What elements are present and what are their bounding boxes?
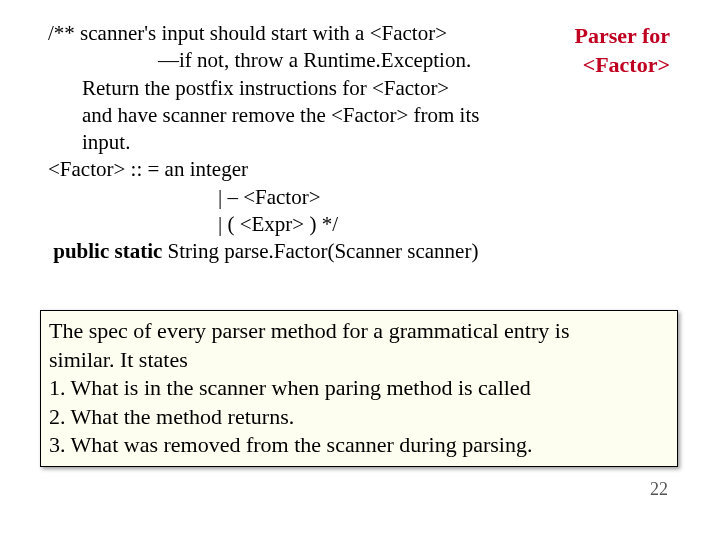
code-line-8: public static String parse.Factor(Scanne… — [48, 238, 518, 265]
code-line-5: <Factor> :: = an integer — [48, 156, 518, 183]
javadoc-spec: /** scanner's input should start with a … — [48, 20, 518, 266]
slide: Parser for <Factor> /** scanner's input … — [0, 0, 720, 540]
page-number: 22 — [650, 479, 668, 500]
callout-line2: <Factor> — [575, 51, 671, 80]
code-line-7: | ( <Expr> ) */ — [48, 211, 518, 238]
note-item-3: 3. What was removed from the scanner dur… — [49, 431, 669, 460]
spec-note: The spec of every parser method for a gr… — [40, 310, 678, 467]
callout-line1: Parser for — [575, 22, 671, 51]
callout-label: Parser for <Factor> — [575, 22, 671, 79]
keyword-public-static: public static — [53, 239, 162, 263]
code-line-4: and have scanner remove the <Factor> fro… — [48, 102, 518, 157]
note-intro-2: similar. It states — [49, 346, 669, 375]
code-line-6: | – <Factor> — [48, 184, 518, 211]
note-intro-1: The spec of every parser method for a gr… — [49, 317, 669, 346]
note-item-1: 1. What is in the scanner when paring me… — [49, 374, 669, 403]
method-signature: String parse.Factor(Scanner scanner) — [162, 239, 478, 263]
code-line-1: /** scanner's input should start with a … — [48, 20, 518, 47]
code-line-2: —if not, throw a Runtime.Exception. — [48, 47, 518, 74]
note-item-2: 2. What the method returns. — [49, 403, 669, 432]
code-line-3: Return the postfix instructions for <Fac… — [48, 75, 518, 102]
